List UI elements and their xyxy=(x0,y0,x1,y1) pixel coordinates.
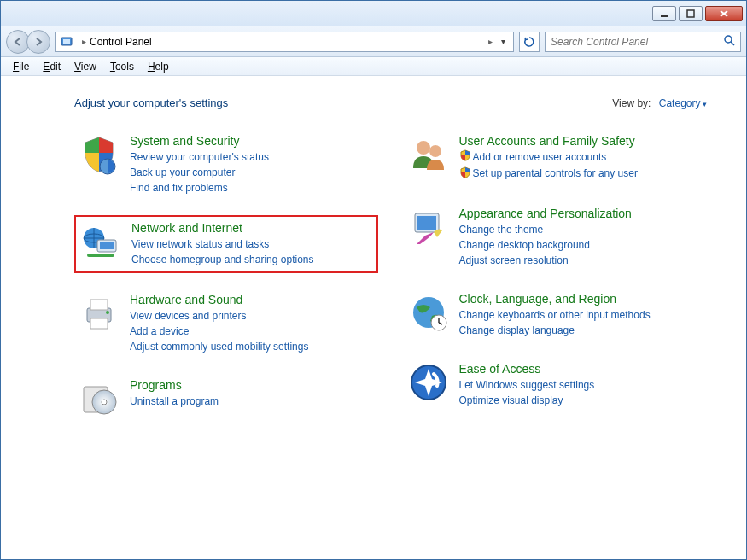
minimize-button[interactable] xyxy=(652,6,676,21)
category-link[interactable]: Optimize visual display xyxy=(459,393,595,408)
category-link[interactable]: View network status and tasks xyxy=(131,236,313,252)
menu-edit[interactable]: Edit xyxy=(36,59,67,74)
printer-icon xyxy=(79,293,120,334)
category-link[interactable]: Add a device xyxy=(130,324,308,339)
svg-line-7 xyxy=(731,42,734,45)
svg-rect-5 xyxy=(63,39,70,44)
category-ease-of-access: Ease of AccessLet Windows suggest settin… xyxy=(404,358,708,412)
category-link[interactable]: Uninstall a program xyxy=(130,394,219,409)
category-title[interactable]: Hardware and Sound xyxy=(130,293,308,306)
svg-point-21 xyxy=(417,141,430,155)
category-hardware-and-sound: Hardware and SoundView devices and print… xyxy=(74,289,378,359)
close-button[interactable] xyxy=(705,6,743,21)
category-title[interactable]: User Accounts and Family Safety xyxy=(459,134,638,148)
ease-icon xyxy=(408,362,449,403)
category-user-accounts-and-family-safety: User Accounts and Family SafetyAdd or re… xyxy=(404,130,708,187)
menu-view[interactable]: View xyxy=(67,59,103,74)
refresh-button[interactable] xyxy=(519,32,540,52)
window-titlebar xyxy=(1,1,746,26)
search-box[interactable] xyxy=(545,32,741,52)
category-link[interactable]: Change the theme xyxy=(459,222,632,237)
category-title[interactable]: Programs xyxy=(130,378,219,392)
svg-point-6 xyxy=(725,36,732,43)
shield-small-icon xyxy=(459,149,471,166)
view-by: View by: Category xyxy=(612,97,707,109)
menu-tools[interactable]: Tools xyxy=(103,59,141,74)
category-link[interactable]: Let Windows suggest settings xyxy=(459,377,595,393)
shield-small-icon xyxy=(459,166,471,183)
category-link[interactable]: Add or remove user accounts xyxy=(459,149,638,166)
category-link[interactable]: Find and fix problems xyxy=(130,180,269,195)
svg-rect-12 xyxy=(100,242,114,249)
svg-point-20 xyxy=(102,400,107,405)
category-programs: ProgramsUninstall a program xyxy=(74,374,378,423)
globe-icon xyxy=(408,292,449,333)
appearance-icon xyxy=(408,207,449,248)
category-title[interactable]: Network and Internet xyxy=(131,221,313,235)
category-link[interactable]: Set up parental controls for any user xyxy=(459,166,638,182)
users-icon xyxy=(408,134,449,175)
maximize-button[interactable] xyxy=(679,6,703,21)
category-network-and-internet: Network and InternetView network status … xyxy=(74,215,378,273)
category-appearance-and-personalization: Appearance and PersonalizationChange the… xyxy=(404,202,708,272)
shield-icon xyxy=(79,134,120,175)
category-link[interactable]: Adjust screen resolution xyxy=(459,253,632,268)
category-link[interactable]: Change desktop background xyxy=(459,237,632,253)
menu-bar: File Edit View Tools Help xyxy=(1,57,746,76)
svg-rect-16 xyxy=(90,318,108,329)
svg-rect-13 xyxy=(87,254,114,257)
menu-help[interactable]: Help xyxy=(141,59,176,74)
right-column: User Accounts and Family SafetyAdd or re… xyxy=(404,130,708,439)
forward-button[interactable] xyxy=(26,30,50,54)
category-link[interactable]: Adjust commonly used mobility settings xyxy=(130,339,308,354)
left-column: System and SecurityReview your computer'… xyxy=(74,130,378,439)
category-link[interactable]: Back up your computer xyxy=(130,165,269,180)
category-title[interactable]: Clock, Language, and Region xyxy=(459,292,651,306)
search-icon xyxy=(723,34,735,50)
address-bar-row: ▸ Control Panel ▸ ▾ xyxy=(1,26,746,57)
category-system-and-security: System and SecurityReview your computer'… xyxy=(74,130,378,200)
category-link[interactable]: View devices and printers xyxy=(130,308,308,324)
view-by-dropdown[interactable]: Category xyxy=(659,97,707,109)
category-clock-language-and-region: Clock, Language, and RegionChange keyboa… xyxy=(404,288,708,342)
breadcrumb-item[interactable]: Control Panel xyxy=(90,36,485,48)
breadcrumb-sep-icon: ▸ xyxy=(488,37,493,46)
category-link[interactable]: Change display language xyxy=(459,323,651,338)
svg-point-17 xyxy=(106,311,109,314)
search-input[interactable] xyxy=(551,36,723,48)
category-link[interactable]: Choose homegroup and sharing options xyxy=(131,252,313,267)
category-title[interactable]: System and Security xyxy=(130,134,269,148)
breadcrumb-sep-icon: ▸ xyxy=(82,37,86,46)
address-bar[interactable]: ▸ Control Panel ▸ ▾ xyxy=(55,32,514,52)
svg-point-22 xyxy=(429,145,441,157)
menu-file[interactable]: File xyxy=(6,59,36,74)
view-by-label: View by: xyxy=(612,97,651,109)
svg-rect-1 xyxy=(687,10,694,17)
control-panel-icon xyxy=(60,35,73,49)
content-area: Adjust your computer's settings View by:… xyxy=(1,76,746,447)
category-link[interactable]: Change keyboards or other input methods xyxy=(459,307,651,323)
category-title[interactable]: Ease of Access xyxy=(459,362,595,376)
network-icon xyxy=(80,221,121,262)
address-dropdown[interactable]: ▾ xyxy=(496,37,510,46)
page-title: Adjust your computer's settings xyxy=(74,96,228,109)
category-title[interactable]: Appearance and Personalization xyxy=(459,207,632,220)
svg-rect-15 xyxy=(90,300,108,310)
svg-rect-24 xyxy=(417,216,436,230)
category-link[interactable]: Review your computer's status xyxy=(130,149,269,165)
disc-icon xyxy=(79,378,120,419)
